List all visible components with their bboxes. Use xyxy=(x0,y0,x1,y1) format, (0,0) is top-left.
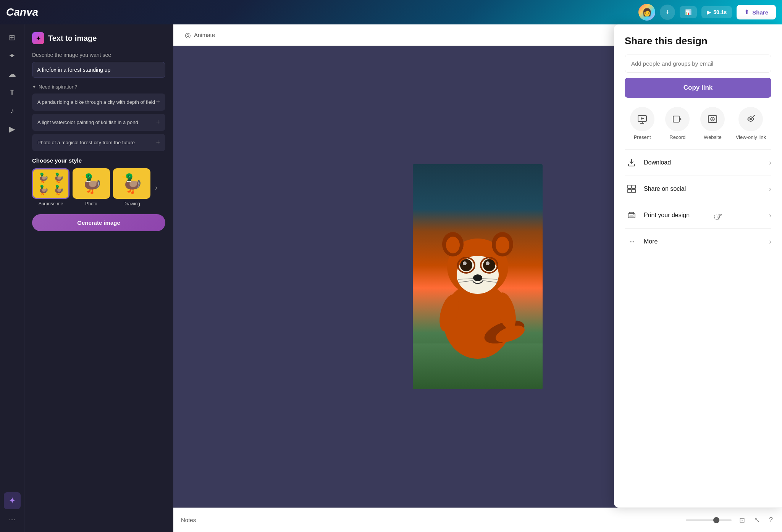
style-surprise[interactable]: 🦆 🦆 🦆 🦆 Surprise me xyxy=(32,168,69,206)
more-dots-icon: ··· xyxy=(625,235,638,248)
download-icon xyxy=(625,156,638,169)
canvas-area: ◎ Animate xyxy=(173,24,782,532)
style-thumb-photo: 🦆 xyxy=(73,168,110,199)
stats-icon: 📊 xyxy=(685,9,692,15)
view-only-link-icon xyxy=(738,107,763,131)
sidebar-item-panels[interactable]: ⊞ xyxy=(4,29,21,46)
canvas-bottom: Notes ⊡ ⤡ ? xyxy=(173,508,782,532)
svg-rect-26 xyxy=(673,116,679,122)
svg-rect-33 xyxy=(632,185,635,189)
more-label: More xyxy=(644,238,769,245)
svg-point-9 xyxy=(496,237,509,253)
style-label-drawing: Drawing xyxy=(123,201,140,206)
help-button[interactable]: ? xyxy=(767,514,774,526)
svg-marker-23 xyxy=(641,117,644,120)
add-inspiration-2-icon[interactable]: + xyxy=(156,118,160,126)
animate-icon: ◎ xyxy=(185,31,191,39)
view-only-link-button[interactable]: View-only link xyxy=(736,107,766,140)
share-social-chevron-icon: › xyxy=(769,185,771,193)
sidebar-item-elements[interactable]: ✦ xyxy=(4,47,21,64)
svg-rect-37 xyxy=(630,216,633,218)
print-label: Print your design xyxy=(644,212,769,219)
sidebar-more-button[interactable]: ··· xyxy=(4,511,21,527)
panel-icon: ✦ xyxy=(32,32,44,44)
play-icon: ▶ xyxy=(707,9,711,15)
record-icon xyxy=(665,107,690,131)
canvas-image xyxy=(413,164,543,389)
copy-link-button[interactable]: Copy link xyxy=(625,78,771,98)
present-button[interactable]: Present xyxy=(630,107,654,140)
style-grid: 🦆 🦆 🦆 🦆 Surprise me 🦆 Photo 🦆 xyxy=(32,168,165,206)
print-icon xyxy=(625,208,638,222)
zoom-slider[interactable] xyxy=(686,519,732,521)
style-photo[interactable]: 🦆 Photo xyxy=(73,168,110,206)
play-timer-button[interactable]: ▶ 50.1s xyxy=(701,6,732,18)
style-thumb-surprise: 🦆 🦆 🦆 🦆 xyxy=(32,168,69,199)
share-panel: Share this design Copy link Present xyxy=(614,24,782,508)
panel-title: Text to image xyxy=(48,34,97,43)
avatar[interactable]: 👩 xyxy=(638,4,655,21)
website-icon xyxy=(700,107,725,131)
present-icon xyxy=(630,107,654,131)
svg-point-11 xyxy=(460,259,472,271)
logo[interactable]: Canva xyxy=(6,6,38,18)
zoom-thumb xyxy=(713,517,719,523)
style-label-surprise: Surprise me xyxy=(39,201,63,206)
share-social-icon xyxy=(625,182,638,196)
record-label: Record xyxy=(669,134,685,140)
share-social-label: Share on social xyxy=(644,185,769,192)
sidebar-item-audio[interactable]: ♪ xyxy=(4,102,21,119)
website-label: Website xyxy=(704,134,722,140)
zoom-controls: ⊡ ⤡ ? xyxy=(202,514,774,526)
fullscreen-button[interactable]: ⤡ xyxy=(753,514,761,526)
header: Canva 👩 + 📊 ▶ 50.1s ⬆ Share xyxy=(0,0,782,24)
record-button[interactable]: Record xyxy=(665,107,690,140)
download-label: Download xyxy=(644,159,769,166)
main-layout: ⊞ ✦ ☁ T ♪ ▶ ✦ ··· ✦ Text to image Descri… xyxy=(0,24,782,532)
svg-point-7 xyxy=(446,237,460,253)
prompt-input[interactable] xyxy=(32,62,165,78)
share-button[interactable]: ⬆ Share xyxy=(737,5,776,19)
svg-marker-27 xyxy=(679,118,682,121)
download-option[interactable]: Download › xyxy=(625,149,771,176)
style-thumb-drawing: 🦆 xyxy=(113,168,150,199)
share-upload-icon: ⬆ xyxy=(744,9,749,16)
style-scroll-right-icon[interactable]: › xyxy=(153,182,159,193)
sidebar-item-uploads[interactable]: ☁ xyxy=(4,66,21,82)
svg-point-14 xyxy=(486,261,490,265)
more-chevron-icon: › xyxy=(769,238,771,246)
add-button[interactable]: + xyxy=(660,5,675,20)
email-input[interactable] xyxy=(625,55,771,73)
style-drawing[interactable]: 🦆 Drawing xyxy=(113,168,150,206)
inspiration-item-2[interactable]: A light watercolor painting of koi fish … xyxy=(32,114,165,131)
svg-point-13 xyxy=(483,259,495,271)
inspiration-item-1[interactable]: A panda riding a bike through a city wit… xyxy=(32,94,165,111)
sidebar-item-apps[interactable]: ✦ xyxy=(4,492,21,509)
website-button[interactable]: Website xyxy=(700,107,725,140)
sidebar-item-video[interactable]: ▶ xyxy=(4,121,21,137)
sidebar-icons: ⊞ ✦ ☁ T ♪ ▶ ✦ ··· xyxy=(0,24,24,532)
stats-button[interactable]: 📊 xyxy=(680,6,697,18)
more-option[interactable]: ··· More › xyxy=(625,228,771,255)
animate-button[interactable]: ◎ Animate xyxy=(181,29,219,42)
sidebar-item-text[interactable]: T xyxy=(4,84,21,101)
style-section-title: Choose your style xyxy=(32,157,165,164)
svg-rect-32 xyxy=(628,185,631,189)
generate-button[interactable]: Generate image xyxy=(32,214,165,231)
sparkle-icon: ✦ xyxy=(32,84,36,90)
view-only-link-label: View-only link xyxy=(736,134,766,140)
panel-header: ✦ Text to image xyxy=(32,32,165,44)
red-panda-illustration xyxy=(428,198,527,359)
svg-point-17 xyxy=(473,274,482,281)
add-inspiration-3-icon[interactable]: + xyxy=(156,139,160,147)
svg-point-38 xyxy=(633,214,634,215)
describe-label: Describe the image you want see xyxy=(32,52,165,58)
inspiration-item-3[interactable]: Photo of a magical forest city from the … xyxy=(32,134,165,151)
add-inspiration-1-icon[interactable]: + xyxy=(156,98,160,106)
share-social-option[interactable]: Share on social › xyxy=(625,176,771,202)
download-chevron-icon: › xyxy=(769,159,771,167)
svg-point-31 xyxy=(750,118,752,120)
print-option[interactable]: Print your design › xyxy=(625,202,771,228)
fit-screen-button[interactable]: ⊡ xyxy=(738,514,746,526)
print-chevron-icon: › xyxy=(769,211,771,219)
